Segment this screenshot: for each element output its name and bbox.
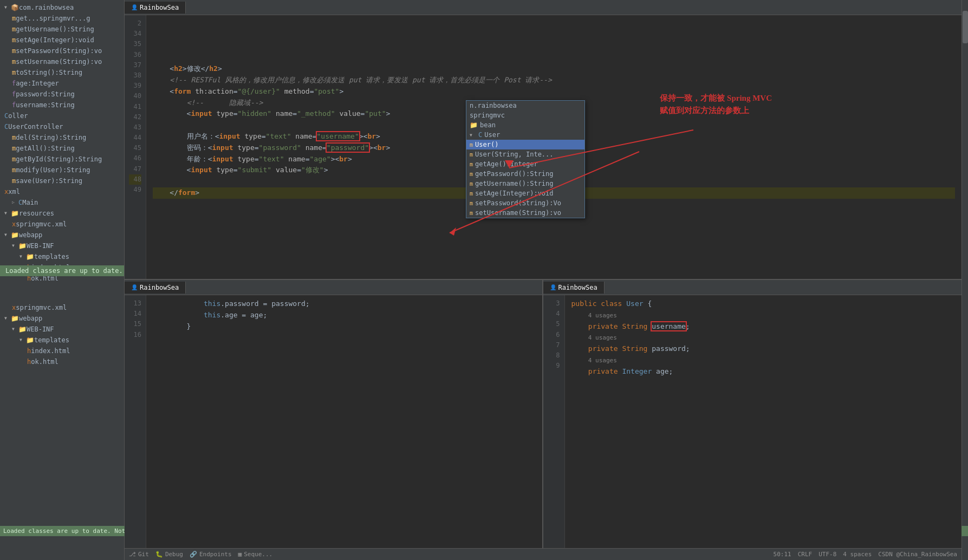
sidebar-item-webinf-2[interactable]: ▼ 📁 WEB-INF	[0, 324, 124, 335]
sidebar-item-setUsername[interactable]: m setUsername(String):vo	[0, 56, 124, 67]
status-sequence[interactable]: ▦ Seque...	[238, 551, 273, 558]
code-line: 4 usages	[571, 332, 956, 343]
ac-package-label: n.rainbowsea	[470, 102, 517, 109]
ac-item-3[interactable]: m getPassword():String	[466, 169, 584, 179]
sidebar-item-get-springmvc[interactable]: m get...springmvr...g	[0, 13, 124, 24]
ac-class-label: User	[484, 131, 500, 139]
html-icon: h	[27, 346, 31, 356]
sidebar-item-webapp-2[interactable]: ▼ 📁 webapp	[0, 313, 124, 324]
line-num: 46	[129, 153, 141, 164]
sidebar-item-password[interactable]: f password:String	[0, 89, 124, 100]
ac-item-5[interactable]: m setAge(Integer):void	[466, 188, 584, 198]
package-icon: 📦	[11, 3, 19, 12]
status-bar: ⎇ Git 🐛 Debug 🔗 Endpoints ▦ Seque... 50:…	[125, 548, 961, 560]
code-line	[153, 52, 955, 63]
sidebar-item-toString[interactable]: m toString():String	[0, 67, 124, 78]
line-num: 13	[129, 298, 141, 309]
panel-left-code[interactable]: 13 14 15 16 this.password = password; th…	[125, 295, 542, 560]
panel-right-code[interactable]: 3 4 5 6 7 8 9 public class User { 4 usag…	[543, 295, 962, 560]
ac-item-6[interactable]: m setPassword(String):Vo	[466, 198, 584, 208]
sidebar-item-del[interactable]: m del(String):String	[0, 132, 124, 143]
status-endpoints[interactable]: 🔗 Endpoints	[190, 551, 232, 558]
folder-icon: 📁	[26, 335, 34, 345]
item-label: setPassword(String):vo	[16, 46, 102, 56]
status-git[interactable]: ⎇ Git	[129, 551, 149, 558]
tab-rainbowsea-right[interactable]: 👤 RainbowSea	[543, 282, 605, 294]
sidebar-item-index-html-2[interactable]: h index.html	[0, 346, 124, 356]
status-debug[interactable]: 🐛 Debug	[155, 551, 183, 558]
ac-item-4[interactable]: m getUsername():String	[466, 179, 584, 188]
sidebar-item-getUsername[interactable]: m getUsername():String	[0, 24, 124, 35]
editor-area: 👤 RainbowSea 2 34 35 36 37 38 39 40 41 4…	[125, 0, 961, 560]
sidebar-item-webinf[interactable]: ▼ 📁 WEB-INF	[0, 240, 124, 251]
editor-bottom: 👤 RainbowSea 13 14 15 16 this	[125, 280, 961, 560]
item-label: oller	[8, 111, 28, 121]
main-container: ▼ 📦 com.rainbowsea m get...springmvr...g…	[0, 0, 968, 560]
tab-rainbowsea-left[interactable]: 👤 RainbowSea	[125, 282, 186, 294]
sidebar-tree: ▼ 📦 com.rainbowsea m get...springmvr...g…	[0, 0, 124, 369]
item-label: ok.html	[31, 357, 59, 367]
scrollbar-thumb[interactable]	[963, 11, 968, 43]
sequence-icon: ▦	[238, 551, 242, 558]
sidebar-item-modify[interactable]: m modify(User):String	[0, 165, 124, 175]
folder-icon: 📁	[18, 241, 27, 251]
sidebar-item-save[interactable]: m save(User):String	[0, 175, 124, 186]
sidebar-item-springmvc-xml[interactable]: x springmvc.xml	[0, 219, 124, 230]
ac-item-2[interactable]: m getAge():Integer	[466, 159, 584, 169]
ac-item-label: getUsername():String	[475, 180, 554, 187]
ac-class-expand[interactable]: ▼ C User	[466, 130, 584, 140]
csdn-label: CSDN @China_RainbowSea	[878, 551, 957, 558]
scrollbar-right[interactable]	[961, 0, 968, 560]
sidebar-item-ok-html-2[interactable]: h ok.html	[0, 356, 124, 367]
user-icon-left: 👤	[131, 284, 138, 290]
spaces-label: 4 spaces	[843, 551, 872, 558]
code-line: <!-- RESTFul 风格的，修改用户信息，修改必须发送 put 请求，要发…	[153, 75, 955, 86]
status-line-col: 50:11	[774, 551, 791, 558]
ac-package: n.rainbowsea	[466, 101, 584, 110]
method-icon-ac: m	[470, 210, 473, 216]
sidebar-item-oller[interactable]: C oller	[0, 110, 124, 121]
expand-arrow: ▼	[20, 252, 26, 262]
class-icon: C	[4, 111, 8, 121]
item-label: getUsername():String	[16, 24, 94, 34]
user-icon: 👤	[131, 4, 138, 10]
item-label: del(String):String	[16, 133, 86, 142]
sidebar-item-webapp[interactable]: ▼ 📁 webapp	[0, 230, 124, 240]
sidebar-item-templates[interactable]: ▼ 📁 templates	[0, 251, 124, 262]
sidebar-item-resources[interactable]: ▼ 📁 resources	[0, 208, 124, 219]
code-line: private String password;	[571, 343, 956, 355]
tab-rainbowsea-top[interactable]: 👤 RainbowSea	[125, 2, 186, 14]
sidebar-item-springmvc-xml-2[interactable]: x springmvc.xml	[0, 302, 124, 313]
code-line: 4 usages	[571, 355, 956, 366]
ac-item-0[interactable]: m User()	[466, 140, 584, 149]
sidebar-item-com-rainbowsea[interactable]: ▼ 📦 com.rainbowsea	[0, 2, 124, 13]
sidebar-item-getById[interactable]: m getById(String):String	[0, 154, 124, 165]
sidebar-item-getAll[interactable]: m getAll():String	[0, 143, 124, 154]
sidebar-item-setPassword[interactable]: m setPassword(String):vo	[0, 45, 124, 56]
sidebar-item-xml[interactable]: x xml	[0, 186, 124, 197]
expand-arrow: ▼	[12, 241, 18, 251]
sidebar-item-main[interactable]: ▷ C Main	[0, 197, 124, 208]
ac-item-1[interactable]: m User(String, Inte...	[466, 149, 584, 159]
item-label: username:String	[16, 100, 74, 110]
ac-item-7[interactable]: m setUsername(String):vo	[466, 208, 584, 218]
expand-arrow: ▼	[4, 230, 11, 240]
autocomplete-popup[interactable]: n.rainbowsea springmvc 📁 bean ▼ C User m…	[466, 100, 585, 218]
sidebar-item-setAge[interactable]: m setAge(Integer):void	[0, 35, 124, 45]
sidebar-item-age[interactable]: f age:Integer	[0, 78, 124, 89]
sidebar-item-username[interactable]: f username:String	[0, 100, 124, 110]
method-icon: m	[12, 165, 16, 175]
item-label: templates	[34, 252, 69, 262]
ac-item-label: getPassword():String	[475, 170, 554, 178]
method-icon: m	[12, 144, 16, 153]
line-num: 7	[548, 340, 560, 350]
line-num: 38	[129, 70, 141, 81]
status-encoding: UTF-8	[818, 551, 836, 558]
method-icon: m	[12, 57, 16, 67]
endpoints-icon: 🔗	[190, 551, 197, 558]
code-line: private Integer age;	[571, 366, 956, 377]
sidebar-item-usercontroller[interactable]: C UserController	[0, 121, 124, 132]
endpoints-label: Endpoints	[199, 551, 232, 558]
folder-icon: 📁	[18, 324, 27, 334]
sidebar-item-templates-2[interactable]: ▼ 📁 templates	[0, 335, 124, 346]
